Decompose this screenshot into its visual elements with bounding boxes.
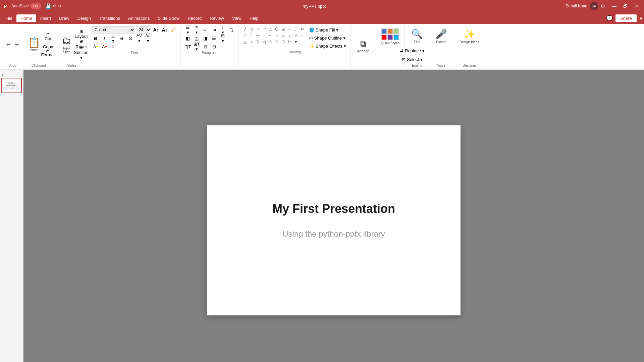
increase-indent-button[interactable]: ⇥ <box>210 26 218 34</box>
paste-button[interactable]: 📋 Paste <box>25 36 43 53</box>
shape-t8[interactable]: ⊢ <box>286 39 292 45</box>
replace-button[interactable]: ⇄ Replace ▾ <box>408 47 416 54</box>
font-color-button[interactable]: A <box>100 43 108 50</box>
section-button[interactable]: ☰ Section ▾ <box>77 49 85 56</box>
shape-diagonal[interactable]: ∕ <box>242 33 248 39</box>
tab-design[interactable]: Design <box>73 14 95 22</box>
share-button[interactable]: Share <box>615 14 637 22</box>
ribbon-expand-button[interactable]: ∧ <box>639 15 643 21</box>
shape-arc[interactable]: ⌒ <box>248 33 254 39</box>
char-spacing-button[interactable]: AV ▾ <box>135 35 143 42</box>
cut-button[interactable]: ✂ Cut <box>44 33 52 40</box>
decrease-font-button[interactable]: A↓ <box>161 26 169 34</box>
select-button[interactable]: ⊡ Select ▾ <box>408 56 416 63</box>
tab-review[interactable]: Review <box>206 14 228 22</box>
justify-button[interactable]: ☰ <box>210 35 218 42</box>
shape-tri[interactable]: △ <box>267 26 273 32</box>
shape-curved-arrow[interactable]: ⤴ <box>293 26 299 32</box>
increase-font-button[interactable]: A↑ <box>152 26 160 34</box>
align-text-button[interactable]: ⊞T ▾ <box>193 43 201 50</box>
shape-circle[interactable]: ○ <box>255 26 261 32</box>
smartart-button[interactable]: ⊠ <box>201 43 209 50</box>
format-painter-button[interactable]: 🖌 Format <box>44 49 52 56</box>
text-direction-button[interactable]: ⇅T <box>184 43 192 50</box>
columns-button[interactable]: ⊟ ▾ <box>219 35 227 42</box>
restore-button[interactable]: 🗗 <box>621 3 631 9</box>
font-family-select[interactable]: Calibri <box>92 26 135 34</box>
shape-outline-button[interactable]: ▭ Shape Outline ▾ <box>307 34 348 42</box>
tab-record[interactable]: Record <box>183 14 206 22</box>
shape-more[interactable]: ▼ <box>293 39 299 45</box>
find-button[interactable]: 🔍 Find <box>408 27 426 46</box>
sort-button[interactable]: ⇅ <box>227 26 235 34</box>
tab-file[interactable]: File <box>1 14 16 22</box>
shape-arrow[interactable]: → <box>286 26 292 32</box>
tab-view[interactable]: View <box>228 14 246 22</box>
bold-button[interactable]: B <box>92 35 100 42</box>
shape-s4[interactable]: ⌗ <box>299 33 305 39</box>
arrange-button[interactable]: ⧉ Arrange <box>354 37 372 55</box>
dictate-button[interactable]: 🎤 Dictate <box>432 27 450 46</box>
font-size-select[interactable]: 24 <box>136 26 151 34</box>
shape-t5[interactable]: ☆ <box>267 39 273 45</box>
bullet-list-button[interactable]: ☰ ▾ <box>184 26 192 34</box>
shape-s1[interactable]: ⌓ <box>280 33 286 39</box>
copy-button[interactable]: 📄 Copy <box>44 41 52 48</box>
decrease-indent-button[interactable]: ⇤ <box>201 26 209 34</box>
customize-button[interactable]: ⚙ <box>601 3 605 9</box>
tab-help[interactable]: Help <box>246 14 263 22</box>
shape-s2[interactable]: ⌕ <box>286 33 292 39</box>
shape-t1[interactable]: △ <box>242 39 248 45</box>
undo-ribbon-button[interactable]: ↩ <box>4 41 12 48</box>
shape-grid[interactable]: ⊞ <box>280 26 286 32</box>
align-center-button[interactable]: ◫ <box>193 35 201 42</box>
tab-home[interactable]: Home <box>16 14 36 22</box>
shape-undo-arrow[interactable]: ↩ <box>299 26 305 32</box>
tab-slideshow[interactable]: Slide Show <box>154 14 183 22</box>
shape-connector[interactable]: ⌐ <box>274 33 280 39</box>
design-ideas-button[interactable]: ✨ Design Ideas <box>457 27 482 46</box>
tab-animations[interactable]: Animations <box>124 14 154 22</box>
para-settings-button[interactable]: ⊞ <box>210 43 218 50</box>
line-spacing-button[interactable]: ↕ ▾ <box>219 26 227 34</box>
shape-effects-button[interactable]: ✨ Shape Effects ▾ <box>307 42 348 50</box>
undo-button[interactable]: ↩ <box>52 3 56 9</box>
redo-ribbon-button[interactable]: ↪ <box>13 41 21 48</box>
slide-canvas[interactable]: My First Presentation Using the python-p… <box>207 125 461 315</box>
strikethrough-button[interactable]: S <box>118 35 126 42</box>
shape-smile[interactable]: ⌣ <box>261 33 267 39</box>
shape-fill-button[interactable]: 🪣 Shape Fill ▾ <box>307 26 348 34</box>
shape-rect[interactable]: □ <box>248 26 254 32</box>
font-settings-button[interactable]: ⊞ <box>109 43 117 50</box>
tab-draw[interactable]: Draw <box>55 14 73 22</box>
italic-button[interactable]: I <box>100 35 108 42</box>
shape-wave[interactable]: 〜 <box>255 33 261 39</box>
underline-button[interactable]: U ▾ <box>109 35 117 42</box>
tab-insert[interactable]: Insert <box>36 14 55 22</box>
shape-line[interactable]: ╱ <box>242 26 248 32</box>
new-slide-button[interactable]: 🗂 NewSlide <box>58 33 75 56</box>
shadow-button[interactable]: S <box>126 35 135 42</box>
highlight-color-button[interactable]: A <box>92 43 100 50</box>
slide-subtitle[interactable]: Using the python-pptx library <box>282 229 385 239</box>
quick-styles-button[interactable]: Quick Styles <box>379 27 402 47</box>
minimize-button[interactable]: — <box>609 3 619 9</box>
clear-format-button[interactable]: 🧹 <box>169 26 177 34</box>
layout-button[interactable]: ⊞ Layout ▾ <box>77 33 85 40</box>
tab-transitions[interactable]: Transitions <box>95 14 124 22</box>
shape-t2[interactable]: ▷ <box>248 39 254 45</box>
shape-s3[interactable]: ⌖ <box>293 33 299 39</box>
shape-t3[interactable]: ▽ <box>255 39 261 45</box>
comment-button[interactable]: 💬 <box>606 15 613 21</box>
numbered-list-button[interactable]: ≡ ▾ <box>193 26 201 34</box>
shape-t7[interactable]: ⊡ <box>280 39 286 45</box>
redo-button[interactable]: ↪ <box>58 3 62 9</box>
align-right-button[interactable]: ◨ <box>201 35 209 42</box>
slide-title[interactable]: My First Presentation <box>272 202 395 216</box>
slide-thumbnail-1[interactable]: My FirstPresentation Using the python-pp… <box>1 78 22 93</box>
shape-para[interactable]: ▱ <box>261 26 267 32</box>
change-case-button[interactable]: Aa ▾ <box>144 35 152 42</box>
save-button[interactable]: 💾 <box>45 3 51 9</box>
shape-hex[interactable]: ⬡ <box>274 26 280 32</box>
autosave-toggle[interactable]: ON <box>30 3 41 9</box>
